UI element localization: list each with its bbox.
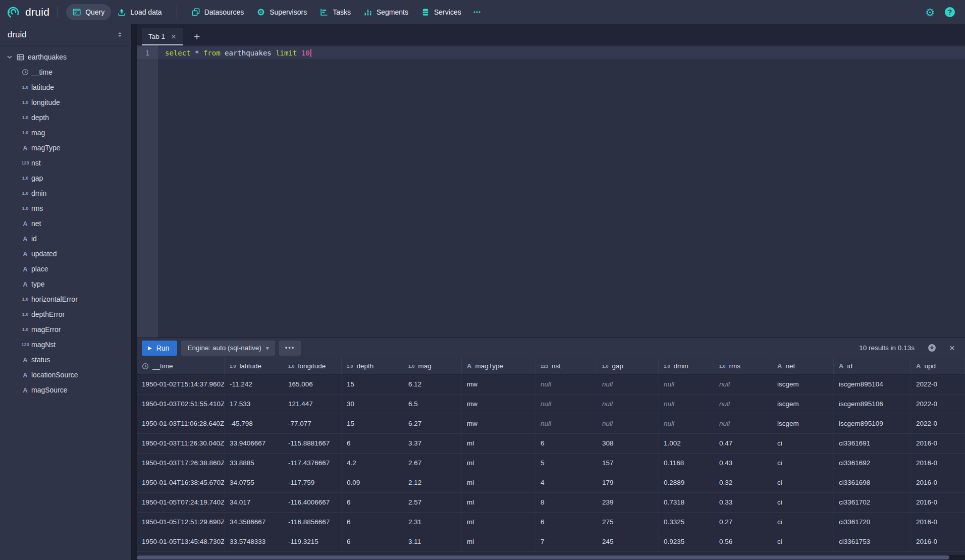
nav-item-services[interactable]: Services [415, 4, 468, 20]
table-cell[interactable]: iscgem [772, 414, 834, 433]
sidebar-column-type[interactable]: Atype [0, 276, 131, 292]
table-cell[interactable]: mw [462, 395, 535, 414]
help-icon[interactable]: ? [945, 7, 955, 17]
table-cell[interactable]: 6.27 [403, 414, 462, 433]
results-header-id[interactable]: Aid [834, 358, 911, 374]
table-cell[interactable]: 6 [342, 493, 403, 512]
engine-select-button[interactable]: Engine: auto (sql-native) ▾ [181, 341, 275, 356]
table-cell[interactable]: 165.006 [283, 375, 342, 394]
tab-1[interactable]: Tab 1 × [142, 28, 183, 45]
table-cell[interactable]: 0.27 [714, 513, 772, 532]
results-header-magType[interactable]: AmagType [462, 358, 535, 374]
settings-gear-icon[interactable]: ⚙ [925, 7, 935, 18]
sidebar-column-net[interactable]: Anet [0, 216, 131, 231]
table-cell[interactable]: 2016-0 [911, 454, 965, 473]
table-cell[interactable]: 0.47 [714, 434, 772, 453]
table-cell[interactable]: 2.57 [403, 493, 462, 512]
table-cell[interactable]: mw [462, 414, 535, 433]
table-cell[interactable]: ci3361691 [834, 434, 911, 453]
table-cell[interactable]: 4.2 [342, 454, 403, 473]
table-cell[interactable]: 0.1168 [659, 454, 714, 473]
table-cell[interactable]: null [535, 395, 597, 414]
schema-selector[interactable]: druid [0, 24, 131, 45]
table-cell[interactable]: null [535, 414, 597, 433]
sidebar-column-horizontalError[interactable]: 1.0horizontalError [0, 292, 131, 307]
nav-item-query[interactable]: Query [66, 4, 111, 20]
sidebar-column-locationSource[interactable]: AlocationSource [0, 367, 131, 382]
table-cell[interactable]: 0.3325 [659, 513, 714, 532]
table-cell[interactable]: iscgem895106 [834, 395, 911, 414]
query-more-button[interactable]: ••• [279, 341, 301, 356]
results-header-rms[interactable]: 1.0rms [714, 358, 772, 374]
table-cell[interactable]: -117.4376667 [283, 454, 342, 473]
sidebar-column-gap[interactable]: 1.0gap [0, 171, 131, 186]
table-cell[interactable]: 0.43 [714, 454, 772, 473]
results-header-mag[interactable]: 1.0mag [403, 358, 462, 374]
table-cell[interactable]: 308 [597, 434, 659, 453]
table-cell[interactable]: 17.533 [225, 395, 283, 414]
table-cell[interactable]: -116.4006667 [283, 493, 342, 512]
table-cell[interactable]: ci [772, 434, 834, 453]
table-cell[interactable]: 15 [342, 414, 403, 433]
table-cell[interactable]: ci [772, 513, 834, 532]
table-cell[interactable]: 1950-01-03T11:06:28.640Z [137, 414, 225, 433]
table-cell[interactable]: 15 [342, 375, 403, 394]
table-cell[interactable]: ml [462, 434, 535, 453]
table-cell[interactable]: 2016-0 [911, 513, 965, 532]
nav-item-segments[interactable]: Segments [357, 4, 415, 20]
table-cell[interactable]: 5 [535, 454, 597, 473]
table-cell[interactable]: 1950-01-03T11:26:30.040Z [137, 434, 225, 453]
nav-item-supervisors[interactable]: Supervisors [250, 4, 313, 20]
results-header-__time[interactable]: __time [137, 358, 225, 374]
table-cell[interactable]: ml [462, 532, 535, 551]
table-cell[interactable]: ci3361720 [834, 513, 911, 532]
editor-active-line[interactable]: 1 select * from earthquakes limit 10 [137, 47, 965, 59]
table-cell[interactable]: 2.31 [403, 513, 462, 532]
table-cell[interactable]: -115.8881667 [283, 434, 342, 453]
table-cell[interactable]: ml [462, 473, 535, 492]
table-cell[interactable]: 1950-01-04T16:38:45.670Z [137, 473, 225, 492]
table-cell[interactable]: 2.12 [403, 473, 462, 492]
table-cell[interactable]: iscgem [772, 375, 834, 394]
sidebar-column-depth[interactable]: 1.0depth [0, 110, 131, 125]
table-cell[interactable]: 245 [597, 532, 659, 551]
table-cell[interactable]: null [597, 395, 659, 414]
scrollbar-thumb[interactable] [137, 555, 949, 559]
table-cell[interactable]: null [659, 375, 714, 394]
table-cell[interactable]: 6 [342, 434, 403, 453]
table-cell[interactable]: 157 [597, 454, 659, 473]
table-cell[interactable]: 6 [342, 532, 403, 551]
tree-table-earthquakes[interactable]: earthquakes [0, 49, 131, 65]
nav-more-button[interactable] [468, 4, 486, 20]
table-cell[interactable]: ml [462, 454, 535, 473]
table-cell[interactable]: ci3361692 [834, 454, 911, 473]
table-cell[interactable]: 1950-01-05T12:51:29.690Z [137, 513, 225, 532]
table-cell[interactable]: -116.8856667 [283, 513, 342, 532]
table-cell[interactable]: 6 [535, 513, 597, 532]
table-cell[interactable]: iscgem [772, 395, 834, 414]
table-cell[interactable]: 2016-0 [911, 493, 965, 512]
results-header-upd[interactable]: Aupd [911, 358, 965, 374]
table-cell[interactable]: ci [772, 473, 834, 492]
sidebar-column-updated[interactable]: Aupdated [0, 246, 131, 261]
table-cell[interactable]: 34.0755 [225, 473, 283, 492]
table-cell[interactable]: 6.5 [403, 395, 462, 414]
table-cell[interactable]: 0.7318 [659, 493, 714, 512]
sidebar-column-id[interactable]: Aid [0, 231, 131, 246]
table-cell[interactable]: 2.67 [403, 454, 462, 473]
sql-code-line[interactable]: select * from earthquakes limit 10 [158, 47, 311, 59]
table-cell[interactable]: 30 [342, 395, 403, 414]
sidebar-column-rms[interactable]: 1.0rms [0, 201, 131, 216]
table-cell[interactable]: 0.32 [714, 473, 772, 492]
results-header-depth[interactable]: 1.0depth [342, 358, 403, 374]
table-cell[interactable]: ci [772, 532, 834, 551]
sql-editor[interactable]: 1 select * from earthquakes limit 10 [137, 45, 965, 338]
sidebar-column-__time[interactable]: __time [0, 65, 131, 80]
table-cell[interactable]: -119.3215 [283, 532, 342, 551]
table-cell[interactable]: null [597, 414, 659, 433]
chevron-down-icon[interactable] [6, 53, 13, 61]
table-cell[interactable]: 7 [535, 532, 597, 551]
table-cell[interactable]: 6.12 [403, 375, 462, 394]
sidebar-column-nst[interactable]: 123nst [0, 155, 131, 171]
table-cell[interactable]: 0.09 [342, 473, 403, 492]
